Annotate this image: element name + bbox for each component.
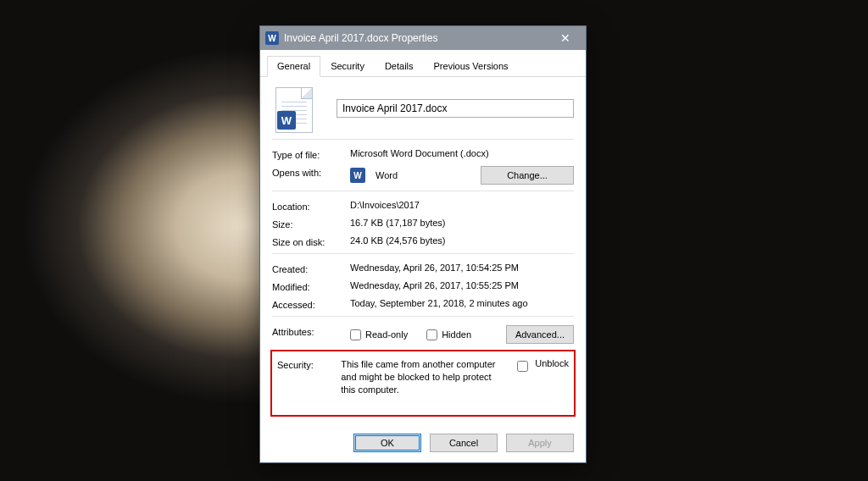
filename-input[interactable] — [337, 99, 574, 118]
hidden-checkbox-input[interactable] — [426, 329, 437, 340]
separator — [272, 191, 574, 191]
ok-button[interactable]: OK — [353, 434, 421, 452]
apply-button[interactable]: Apply — [506, 434, 574, 452]
readonly-checkbox-input[interactable] — [350, 329, 361, 340]
label-size: Size: — [272, 218, 350, 229]
value-size: 16.7 KB (17,187 bytes) — [350, 218, 574, 228]
security-highlight-box: Security: This file came from another co… — [270, 350, 576, 417]
change-button[interactable]: Change... — [481, 166, 574, 185]
label-created: Created: — [272, 263, 350, 274]
separator — [272, 253, 574, 254]
label-security: Security: — [277, 358, 341, 370]
label-location: Location: — [272, 200, 350, 212]
tab-previous-versions[interactable]: Previous Versions — [424, 56, 519, 77]
readonly-checkbox[interactable]: Read-only — [350, 329, 408, 340]
tab-details[interactable]: Details — [375, 56, 424, 77]
label-accessed: Accessed: — [272, 298, 350, 310]
cancel-button[interactable]: Cancel — [430, 434, 498, 452]
tab-strip: General Security Details Previous Versio… — [260, 50, 586, 77]
separator — [272, 139, 574, 140]
value-modified: Wednesday, April 26, 2017, 10:55:25 PM — [350, 280, 574, 290]
unblock-checkbox[interactable]: Unblock — [514, 358, 569, 374]
word-small-icon: W — [350, 168, 365, 183]
security-message: This file came from another computer and… — [341, 358, 502, 396]
word-badge-icon: W — [277, 111, 296, 130]
tab-security[interactable]: Security — [320, 56, 375, 77]
close-button[interactable]: ✕ — [548, 26, 582, 50]
advanced-button[interactable]: Advanced... — [506, 325, 574, 344]
readonly-checkbox-label: Read-only — [365, 329, 408, 340]
hidden-checkbox[interactable]: Hidden — [426, 329, 471, 340]
dialog-footer: OK Cancel Apply — [260, 425, 586, 462]
label-modified: Modified: — [272, 280, 350, 292]
titlebar[interactable]: W Invoice April 2017.docx Properties ✕ — [260, 26, 586, 50]
file-type-icon: W — [275, 87, 313, 133]
properties-dialog: W Invoice April 2017.docx Properties ✕ G… — [259, 25, 587, 463]
value-accessed: Today, September 21, 2018, 2 minutes ago — [350, 298, 574, 308]
dialog-body: W Type of file: Microsoft Word Document … — [260, 77, 586, 425]
file-header-row: W — [272, 87, 574, 133]
label-opens-with: Opens with: — [272, 166, 350, 178]
word-icon: W — [265, 31, 279, 45]
desktop-background: W Invoice April 2017.docx Properties ✕ G… — [0, 0, 868, 481]
window-title: Invoice April 2017.docx Properties — [284, 32, 548, 44]
value-type: Microsoft Word Document (.docx) — [350, 148, 574, 158]
unblock-checkbox-input[interactable] — [517, 361, 528, 372]
label-type: Type of file: — [272, 148, 350, 160]
separator — [272, 316, 574, 317]
hidden-checkbox-label: Hidden — [442, 329, 471, 340]
unblock-checkbox-label: Unblock — [535, 358, 569, 368]
label-size-on-disk: Size on disk: — [272, 235, 350, 247]
label-attributes: Attributes: — [272, 325, 350, 337]
value-location: D:\Invoices\2017 — [350, 200, 574, 210]
value-size-on-disk: 24.0 KB (24,576 bytes) — [350, 235, 574, 246]
value-created: Wednesday, April 26, 2017, 10:54:25 PM — [350, 263, 574, 273]
value-opens-with: Word — [376, 170, 474, 180]
tab-general[interactable]: General — [267, 56, 320, 77]
